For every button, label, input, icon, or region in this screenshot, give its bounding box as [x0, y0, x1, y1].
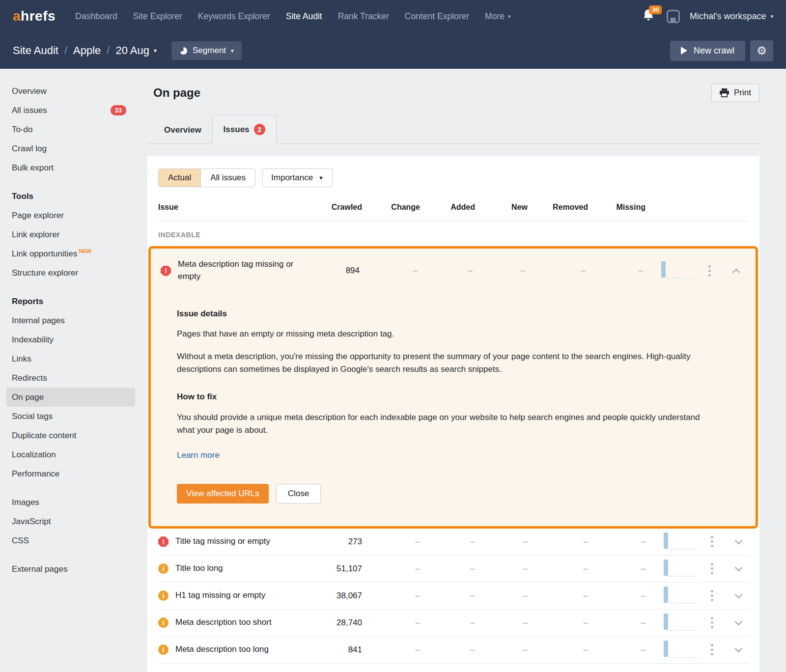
sidebar-item-crawl-log[interactable]: Crawl log [6, 139, 135, 158]
settings-button[interactable]: ⚙ [750, 40, 773, 61]
workspace-menu[interactable]: Michal's workspace ▾ [690, 11, 773, 22]
empty-value-cell: – [362, 591, 420, 601]
nav-item-dashboard[interactable]: Dashboard [67, 11, 125, 22]
column-header-issue[interactable]: Issue [158, 203, 303, 212]
column-header-removed[interactable]: Removed [528, 203, 588, 212]
trend-sparkline [661, 261, 694, 280]
spark-cell [646, 586, 697, 606]
expand-chevron[interactable] [734, 591, 742, 599]
nav-item-more[interactable]: More▾ [477, 11, 518, 22]
sidebar-item-bulk-export[interactable]: Bulk export [6, 158, 135, 177]
row-menu-button[interactable] [706, 614, 718, 631]
issue-row[interactable]: iMeta description too short28,740––––– [158, 610, 750, 637]
importance-dropdown[interactable]: Importance ▼ [262, 168, 333, 187]
how-to-fix-paragraph: You should provide a unique meta descrip… [177, 411, 711, 437]
sidebar-item-label: Performance [12, 469, 59, 479]
trend-sparkline [664, 640, 697, 660]
nav-item-site-explorer[interactable]: Site Explorer [125, 11, 190, 22]
nav-item-keywords-explorer[interactable]: Keywords Explorer [190, 11, 278, 22]
breadcrumb-project[interactable]: Apple [73, 44, 101, 57]
sidebar-item-localization[interactable]: Localization [6, 445, 135, 464]
issue-details-paragraph: Pages that have an empty or missing meta… [177, 328, 711, 340]
empty-value-cell: – [588, 537, 646, 547]
sidebar-item-images[interactable]: Images [6, 493, 135, 512]
device-icon[interactable] [667, 10, 680, 23]
print-button[interactable]: Print [711, 84, 759, 102]
sparkline-bar [664, 560, 668, 576]
nav-item-content-explorer[interactable]: Content Explorer [397, 11, 477, 22]
sidebar-item-links[interactable]: Links [6, 349, 135, 368]
sidebar-item-all-issues[interactable]: All issues33 [6, 101, 135, 120]
chevron-down-icon: ▼ [318, 175, 324, 181]
issue-row[interactable]: !Meta description tag missing or empty89… [151, 249, 756, 292]
sidebar-item-social-tags[interactable]: Social tags [6, 407, 135, 426]
sidebar-item-overview[interactable]: Overview [6, 82, 135, 101]
segment-button[interactable]: Segment ▾ [171, 41, 242, 60]
issue-row[interactable]: iTitle too long51,107––––– [158, 556, 750, 583]
trend-sparkline [664, 586, 697, 606]
issue-row[interactable]: iH1 tag missing or empty38,067––––– [158, 583, 750, 610]
row-menu-button[interactable] [703, 262, 716, 280]
nav-item-label: Content Explorer [405, 11, 469, 22]
breadcrumb-site-audit[interactable]: Site Audit [13, 44, 58, 57]
sidebar-item-duplicate-content[interactable]: Duplicate content [6, 426, 135, 445]
sidebar-item-link-opportunities[interactable]: Link opportunitiesNEW [6, 244, 135, 263]
nav-item-rank-tracker[interactable]: Rank Tracker [330, 11, 397, 22]
sidebar-item-label: Localization [12, 450, 56, 460]
collapse-chevron[interactable] [732, 268, 740, 276]
expand-chevron[interactable] [734, 618, 742, 626]
sidebar-item-indexability[interactable]: Indexability [6, 330, 135, 349]
tab-issues[interactable]: Issues 2 [212, 115, 277, 144]
tab-overview[interactable]: Overview [153, 117, 212, 143]
issues-count-badge: 33 [111, 105, 126, 115]
sidebar-item-text: Internal pages [12, 316, 65, 326]
empty-value-cell: – [420, 591, 475, 601]
expand-chevron[interactable] [734, 537, 742, 545]
sidebar-item-javascript[interactable]: JavaScript [6, 512, 135, 531]
sidebar-item-text: Images [12, 498, 39, 507]
new-crawl-button[interactable]: New crawl [670, 41, 745, 61]
toggle-actual[interactable]: Actual [159, 169, 200, 187]
column-header-crawled[interactable]: Crawled [303, 203, 362, 212]
new-tag: NEW [79, 248, 91, 254]
breadcrumb-crawl-date[interactable]: 20 Aug [115, 44, 149, 57]
column-header-new[interactable]: New [475, 203, 528, 212]
sidebar-item-internal-pages[interactable]: Internal pages [6, 311, 135, 330]
notifications-button[interactable]: 30 [642, 8, 657, 24]
sidebar-item-structure-explorer[interactable]: Structure explorer [6, 263, 135, 282]
sparkline-bar [661, 261, 666, 278]
sidebar-item-performance[interactable]: Performance [6, 464, 135, 483]
column-header-missing[interactable]: Missing [588, 203, 646, 212]
empty-value-cell: – [528, 537, 588, 547]
sidebar-item-css[interactable]: CSS [6, 531, 135, 550]
toggle-all-issues[interactable]: All issues [200, 169, 255, 187]
ahrefs-logo[interactable]: ahrefs [13, 8, 56, 24]
sidebar-item-external-pages[interactable]: External pages [6, 560, 135, 579]
close-button[interactable]: Close [276, 484, 321, 504]
column-header-added[interactable]: Added [420, 203, 475, 212]
column-header-change[interactable]: Change [362, 203, 420, 212]
sidebar-item-redirects[interactable]: Redirects [6, 368, 135, 388]
sidebar-section: OverviewAll issues33To-doCrawl logBulk e… [0, 82, 142, 177]
sidebar-item-page-explorer[interactable]: Page explorer [6, 206, 135, 225]
view-affected-urls-button[interactable]: View affected URLs [177, 484, 269, 504]
row-menu-button[interactable] [706, 587, 718, 604]
issue-row[interactable]: !Title tag missing or empty273––––– [158, 529, 750, 556]
row-menu-button[interactable] [706, 641, 718, 658]
row-menu-button[interactable] [706, 560, 718, 577]
sidebar-item-to-do[interactable]: To-do [6, 120, 135, 139]
expand-chevron[interactable] [734, 645, 742, 653]
issue-cell: iMeta description too long [158, 644, 303, 656]
nav-item-site-audit[interactable]: Site Audit [278, 11, 330, 22]
sidebar-item-link-explorer[interactable]: Link explorer [6, 225, 135, 244]
sidebar-item-on-page[interactable]: On page [6, 388, 135, 407]
learn-more-link[interactable]: Learn more [177, 449, 220, 462]
expand-chevron[interactable] [734, 564, 742, 572]
issue-row[interactable]: iMeta description too long841––––– [158, 637, 750, 664]
row-menu-button[interactable] [706, 533, 718, 550]
empty-value-cell: – [475, 537, 528, 547]
chevron-down-icon: ▾ [508, 13, 511, 20]
empty-value-cell: – [362, 537, 420, 547]
crawled-count: 273 [303, 537, 362, 547]
issue-name: Meta description too long [175, 644, 269, 656]
